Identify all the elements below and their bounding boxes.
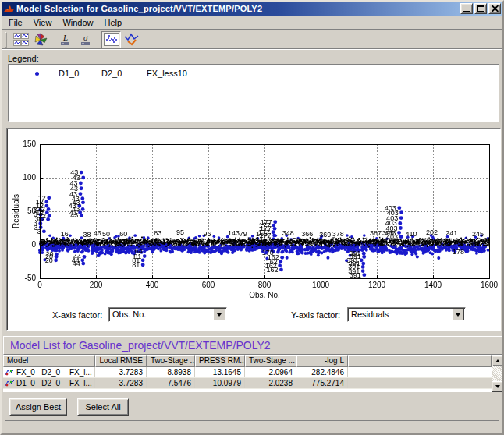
plot-panel: X-axis factor: Obs. No. Y-axis factor: R… (6, 128, 501, 331)
scatter-plot-icon (104, 33, 119, 46)
chevron-down-icon (217, 313, 222, 317)
y-axis-factor-value: Residuals (348, 308, 465, 319)
y-axis-factor-dropdown-button[interactable] (452, 309, 464, 320)
table-row[interactable]: D1_0 D2_0 FX_l... 3.7283 7.5476 10.0979 … (3, 378, 504, 389)
column-header-filler (348, 355, 492, 367)
scroll-up-button[interactable] (492, 355, 504, 366)
model-icon (5, 379, 15, 387)
window-title: Model Selection for Gasoline_project/VVT… (16, 4, 262, 13)
model-list-title: Model List for Gasoline_project/VVT/EXTE… (3, 336, 504, 355)
legend-entry: D1_0 D2_0 FX_less10 (9, 68, 499, 80)
two-stage-2-cell: 2.0238 (245, 378, 296, 388)
svg-text:σ: σ (83, 33, 88, 42)
column-header-log-l[interactable]: -log L (296, 355, 348, 367)
log-l-cell: 282.4846 (296, 367, 348, 377)
assign-best-button[interactable]: Assign Best (9, 398, 67, 416)
menu-view[interactable]: View (28, 16, 58, 29)
model-cell: D1_0 D2_0 FX_l... (3, 378, 95, 388)
residual-scatter-plot[interactable] (9, 130, 499, 305)
column-header-model[interactable]: Model (3, 355, 95, 367)
model-icon (5, 368, 15, 377)
column-header-two-stage-2[interactable]: Two-Stage ... (245, 355, 296, 367)
subplot-view-button[interactable] (11, 31, 30, 48)
scatter-view-button[interactable] (101, 31, 121, 48)
maximize-button[interactable] (474, 3, 487, 14)
local-rmse-cell: 3.7283 (95, 378, 147, 388)
close-icon (492, 5, 499, 12)
menu-help[interactable]: Help (99, 16, 128, 29)
column-header-local-rmse[interactable]: Local RMSE (95, 355, 147, 367)
menu-bar: File View Window Help (2, 16, 502, 29)
legend-label: Legend: (8, 54, 39, 63)
x-axis-factor-dropdown-button[interactable] (213, 309, 225, 320)
menu-file[interactable]: File (3, 16, 28, 29)
surface-view-button[interactable] (31, 31, 51, 48)
y-axis-factor-select[interactable]: Residuals (347, 307, 466, 322)
sigma-button[interactable]: σ (76, 31, 96, 48)
x-axis-factor-select[interactable]: Obs. No. (108, 307, 227, 322)
toolbar: L σ (2, 29, 502, 50)
scrollbar-track[interactable] (492, 366, 504, 381)
legend-model-d1: D1_0 (59, 69, 79, 78)
minimize-button[interactable] (460, 3, 473, 14)
legend-model-fx: FX_less10 (147, 69, 187, 78)
local-rmse-cell: 3.7283 (95, 367, 147, 377)
x-axis-factor-label: X-axis factor: (52, 310, 102, 320)
subplot-grid-icon (13, 33, 29, 46)
table-row[interactable]: FX_0 D2_0 FX_l... 3.7283 8.8938 13.1645 … (3, 367, 504, 378)
log-l-cell: -775.2714 (296, 378, 348, 388)
model-list-table: Model Local RMSE Two-Stage ... PRESS RM.… (3, 355, 504, 392)
column-header-two-stage-1[interactable]: Two-Stage ... (147, 355, 195, 367)
surface-3d-icon (34, 33, 48, 47)
sigma-icon: σ (80, 33, 94, 47)
likelihood-icon: L (59, 33, 73, 47)
select-all-button[interactable]: Select All (77, 398, 129, 416)
legend-box: D1_0 D2_0 FX_less10 (8, 64, 499, 122)
x-axis-factor-value: Obs. No. (109, 308, 226, 319)
chevron-up-icon (495, 359, 500, 362)
table-scrollbar[interactable] (492, 355, 504, 392)
svg-text:L: L (62, 33, 68, 42)
two-stage-1-cell: 8.8938 (147, 367, 195, 377)
scroll-down-button[interactable] (492, 381, 504, 392)
likelihood-button[interactable]: L (56, 31, 76, 48)
press-cell: 10.0979 (195, 378, 245, 388)
model-cell: FX_0 D2_0 FX_l... (3, 367, 95, 377)
legend-model-d2: D2_0 (101, 69, 122, 78)
chevron-down-icon (495, 385, 500, 388)
close-button[interactable] (488, 3, 501, 14)
table-header-row: Model Local RMSE Two-Stage ... PRESS RM.… (3, 355, 504, 367)
menu-window[interactable]: Window (57, 16, 98, 29)
residual-curve-icon (124, 33, 140, 46)
status-bar (5, 420, 499, 430)
press-cell: 13.1645 (195, 367, 245, 377)
y-axis-factor-label: Y-axis factor: (291, 310, 340, 320)
minimize-icon (463, 11, 470, 12)
model-selection-window: Model Selection for Gasoline_project/VVT… (0, 0, 504, 435)
column-header-press[interactable]: PRESS RM... (195, 355, 245, 367)
title-bar: Model Selection for Gasoline_project/VVT… (2, 2, 502, 16)
chevron-down-icon (456, 313, 460, 317)
residuals-view-button[interactable] (122, 31, 141, 48)
matlab-logo-icon (3, 4, 14, 14)
maximize-icon (477, 5, 484, 12)
two-stage-1-cell: 7.5476 (147, 378, 195, 388)
legend-point-marker-icon (35, 72, 39, 76)
toolbar-gripper[interactable] (5, 32, 7, 48)
two-stage-2-cell: 2.0964 (245, 367, 296, 377)
